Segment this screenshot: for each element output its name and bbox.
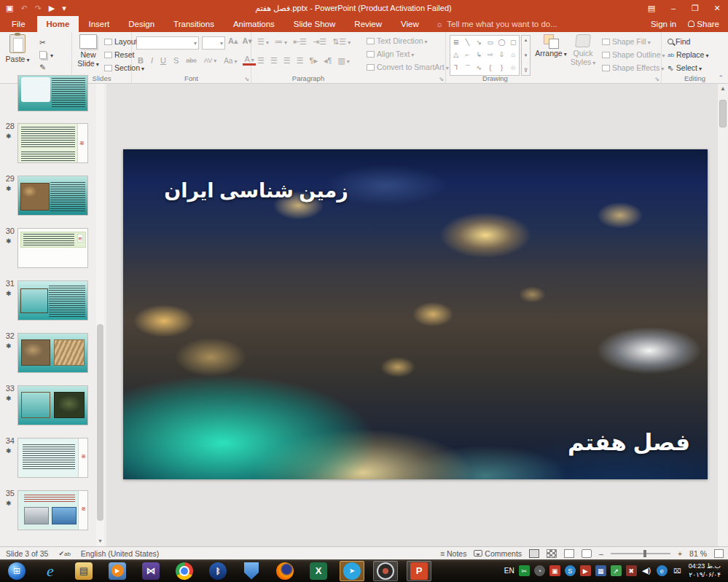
shape-down-arrow-icon[interactable]: ⇩ bbox=[499, 51, 505, 58]
align-center-button[interactable]: ☰ bbox=[270, 56, 278, 66]
tray-icon-app1[interactable]: ◔ bbox=[534, 565, 545, 576]
shape-pentagon-icon[interactable]: ⌂ bbox=[511, 51, 514, 58]
file-manager-icon[interactable]: ▤ bbox=[71, 561, 96, 581]
save-icon[interactable]: ▣ bbox=[6, 4, 13, 13]
font-name-combo[interactable] bbox=[136, 36, 199, 50]
rtl-direction-button[interactable]: ◂¶ bbox=[324, 56, 332, 66]
tab-home[interactable]: Home bbox=[37, 16, 79, 32]
shape-triangle-icon[interactable]: △ bbox=[453, 51, 458, 58]
zoom-slider-thumb[interactable] bbox=[643, 550, 646, 557]
justify-button[interactable]: ☰ bbox=[297, 56, 304, 66]
normal-view-button[interactable] bbox=[529, 549, 539, 558]
tray-icon-share[interactable]: ➚ bbox=[611, 565, 622, 576]
copy-button[interactable] bbox=[39, 50, 53, 59]
media-app-icon[interactable] bbox=[373, 561, 398, 581]
shape-brace-left-icon[interactable]: { bbox=[489, 64, 491, 71]
gallery-down-icon[interactable]: ▾ bbox=[525, 52, 528, 58]
cut-button[interactable]: ✂ bbox=[39, 38, 46, 47]
slide-thumbnail[interactable]: ≋ bbox=[17, 490, 88, 530]
notes-button[interactable]: ≡ Notes bbox=[440, 549, 467, 558]
spellcheck-icon[interactable]: ✔ab bbox=[58, 550, 70, 557]
numbering-button[interactable]: ≔ bbox=[275, 37, 287, 47]
shapes-gallery[interactable]: ⊞╲↘▭◯▢ △⌐↳⇨⇩⌂ ⅂⌒∿{}☆ bbox=[450, 35, 520, 76]
convert-to-smartart-button[interactable]: Convert to SmartArt bbox=[367, 63, 449, 71]
slide-thumbnail[interactable] bbox=[17, 280, 88, 321]
antivirus-icon[interactable] bbox=[239, 561, 264, 581]
slide-thumbnail[interactable] bbox=[17, 333, 88, 373]
slide-canvas[interactable]: زمین شناسی ایران فصل هفتم bbox=[123, 149, 708, 479]
minimize-button[interactable]: – bbox=[662, 0, 684, 16]
network-icon[interactable]: ⌧ bbox=[672, 565, 683, 576]
firefox-icon[interactable] bbox=[273, 561, 297, 581]
tray-icon-volume-mixer[interactable]: ✖ bbox=[626, 565, 637, 576]
slide-thumbnail[interactable]: ≋ bbox=[17, 228, 88, 268]
shape-rounded-rectangle-icon[interactable]: ▢ bbox=[510, 39, 517, 46]
strikethrough-button[interactable]: abc bbox=[184, 57, 198, 64]
zoom-out-button[interactable]: – bbox=[599, 549, 603, 558]
close-button[interactable]: ✕ bbox=[706, 0, 728, 16]
ltr-direction-button[interactable]: ¶▸ bbox=[310, 56, 318, 66]
bullets-button[interactable]: ☰ bbox=[257, 37, 269, 47]
slide-thumbnail[interactable] bbox=[17, 75, 88, 111]
shape-textbox-icon[interactable]: ⊞ bbox=[453, 39, 459, 46]
tray-icon-skype[interactable]: S bbox=[565, 565, 576, 576]
redo-icon[interactable]: ↷ bbox=[35, 4, 42, 13]
increase-indent-button[interactable]: ⇥☰ bbox=[313, 37, 326, 47]
tray-icon-app3[interactable]: ▶ bbox=[580, 565, 591, 576]
undo-icon[interactable]: ↶ bbox=[20, 4, 27, 13]
taskbar-clock[interactable]: ب.ظ 04:23 ۲۰۱۹/۰۶/۰۴ bbox=[687, 562, 725, 579]
chrome-icon[interactable] bbox=[172, 561, 197, 581]
shape-freeform-icon[interactable]: ⅂ bbox=[454, 64, 458, 71]
shape-star-icon[interactable]: ☆ bbox=[510, 64, 516, 71]
slide-thumbnail[interactable] bbox=[17, 385, 88, 425]
shape-oval-icon[interactable]: ◯ bbox=[498, 39, 505, 46]
canvas-scroll-up-icon[interactable]: ▲ bbox=[718, 85, 728, 92]
shape-rectangle-icon[interactable]: ▭ bbox=[488, 39, 494, 46]
zoom-in-button[interactable]: + bbox=[678, 549, 682, 558]
arrange-button[interactable]: Arrange bbox=[534, 34, 568, 58]
gallery-up-icon[interactable]: ▴ bbox=[525, 37, 528, 43]
drawing-dialog-launcher-icon[interactable]: ⇘ bbox=[654, 76, 659, 82]
shape-elbow-arrow-icon[interactable]: ↳ bbox=[476, 51, 482, 58]
comments-button[interactable]: Comments bbox=[474, 549, 522, 558]
text-direction-button[interactable]: Text Direction bbox=[367, 36, 428, 45]
shape-arc-icon[interactable]: ⌒ bbox=[464, 63, 471, 73]
bold-button[interactable]: B bbox=[136, 56, 145, 65]
shape-brace-right-icon[interactable]: } bbox=[501, 64, 503, 71]
powerpoint-taskbar-icon[interactable]: P bbox=[407, 561, 431, 581]
font-dialog-launcher-icon[interactable]: ⇘ bbox=[244, 76, 249, 82]
slide-sorter-view-button[interactable] bbox=[547, 549, 557, 558]
slide-thumbnail[interactable]: ≋ bbox=[17, 438, 88, 478]
tray-icon-browser[interactable]: e bbox=[657, 565, 668, 576]
tray-icon-display[interactable]: ▦ bbox=[595, 565, 606, 576]
shape-line-icon[interactable]: ╲ bbox=[466, 39, 469, 46]
select-button[interactable]: ⇖Select bbox=[668, 63, 702, 72]
align-left-button[interactable]: ☰ bbox=[257, 56, 265, 66]
telegram-icon[interactable]: ➤ bbox=[340, 561, 364, 581]
font-size-combo[interactable] bbox=[202, 36, 225, 50]
collapse-ribbon-icon[interactable]: ⌃ bbox=[718, 74, 724, 82]
find-button[interactable]: Find bbox=[668, 37, 690, 46]
media-player-icon[interactable]: ▶ bbox=[105, 561, 130, 581]
tab-slide-show[interactable]: Slide Show bbox=[284, 16, 345, 32]
zoom-level[interactable]: 81 % bbox=[689, 549, 707, 558]
sign-in-link[interactable]: Sign in bbox=[651, 20, 676, 28]
reset-button[interactable]: Reset bbox=[104, 50, 134, 59]
tell-me-box[interactable]: ☼ Tell me what you want to do... bbox=[428, 16, 565, 32]
panel-scrollbar[interactable] bbox=[96, 84, 104, 535]
paragraph-dialog-launcher-icon[interactable]: ⇘ bbox=[439, 76, 444, 82]
grow-font-button[interactable]: A▴ bbox=[227, 36, 239, 46]
paste-button[interactable]: Paste bbox=[3, 34, 32, 63]
quick-styles-button[interactable]: Quick Styles bbox=[568, 34, 598, 66]
slide-title-text[interactable]: زمین شناسی ایران bbox=[164, 179, 348, 202]
tab-animations[interactable]: Animations bbox=[224, 16, 284, 32]
change-case-button[interactable]: Aa bbox=[222, 57, 238, 65]
tray-icon-app2[interactable]: ▣ bbox=[549, 565, 560, 576]
underline-button[interactable]: U bbox=[159, 56, 168, 65]
bluetooth-icon[interactable]: ᛒ bbox=[206, 561, 230, 581]
slideshow-view-button[interactable] bbox=[582, 549, 592, 558]
internet-explorer-icon[interactable]: e bbox=[38, 561, 63, 581]
align-right-button[interactable]: ☰ bbox=[283, 56, 291, 66]
restore-button[interactable]: ❐ bbox=[684, 0, 706, 16]
gallery-more-icon[interactable]: ⊽ bbox=[524, 68, 528, 74]
